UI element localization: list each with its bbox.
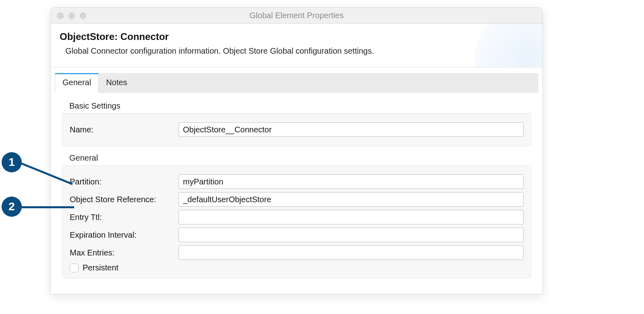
persistent-checkbox[interactable]: [70, 264, 79, 272]
basic-settings-box: Name:: [62, 113, 531, 146]
object-store-reference-field[interactable]: [179, 192, 524, 207]
window-controls: [57, 13, 86, 19]
section-label-basic: Basic Settings: [69, 101, 531, 111]
tab-general[interactable]: General: [55, 73, 99, 92]
row-expiration: Expiration Interval:: [70, 228, 524, 242]
maximize-icon[interactable]: [80, 13, 86, 19]
tabbar: General Notes: [55, 73, 538, 92]
callout-number-2: 2: [8, 200, 15, 213]
section-label-general: General: [69, 153, 531, 163]
callout-circle-1: 1: [2, 152, 22, 172]
expiration-interval-field[interactable]: [179, 228, 524, 242]
minimize-icon[interactable]: [69, 13, 75, 19]
general-settings-box: Partition: Object Store Reference: Entry…: [62, 165, 531, 278]
label-name: Name:: [70, 125, 179, 134]
row-maxentries: Max Entries:: [70, 245, 524, 260]
page-title: ObjectStore: Connector: [60, 31, 534, 42]
label-entryttl: Entry Ttl:: [70, 213, 179, 222]
label-osref: Object Store Reference:: [70, 195, 179, 204]
row-name: Name:: [70, 122, 524, 137]
page-description: Global Connector configuration informati…: [60, 46, 534, 56]
row-persistent: Persistent: [70, 263, 524, 272]
label-persistent: Persistent: [83, 263, 118, 272]
window-title: Global Element Properties: [51, 11, 542, 20]
label-expiration: Expiration Interval:: [70, 230, 179, 240]
label-maxentries: Max Entries:: [70, 248, 179, 257]
row-entryttl: Entry Ttl:: [70, 210, 524, 224]
max-entries-field[interactable]: [179, 245, 524, 260]
partition-field[interactable]: [179, 174, 524, 189]
callout-number-1: 1: [8, 156, 15, 169]
tab-content: Basic Settings Name: General Partition: …: [51, 92, 542, 294]
label-partition: Partition:: [70, 177, 179, 186]
callout-line-2: [21, 206, 74, 208]
tab-notes[interactable]: Notes: [99, 73, 135, 92]
row-partition: Partition:: [70, 174, 524, 189]
name-field[interactable]: [179, 122, 524, 137]
header-section: ObjectStore: Connector Global Connector …: [51, 24, 542, 67]
close-icon[interactable]: [57, 13, 64, 19]
entry-ttl-field[interactable]: [179, 210, 524, 224]
dialog-window: Global Element Properties ObjectStore: C…: [50, 7, 543, 294]
titlebar: Global Element Properties: [51, 8, 542, 24]
row-osref: Object Store Reference:: [70, 192, 524, 207]
callout-circle-2: 2: [2, 197, 22, 217]
header-accent-graphic: [474, 24, 542, 67]
